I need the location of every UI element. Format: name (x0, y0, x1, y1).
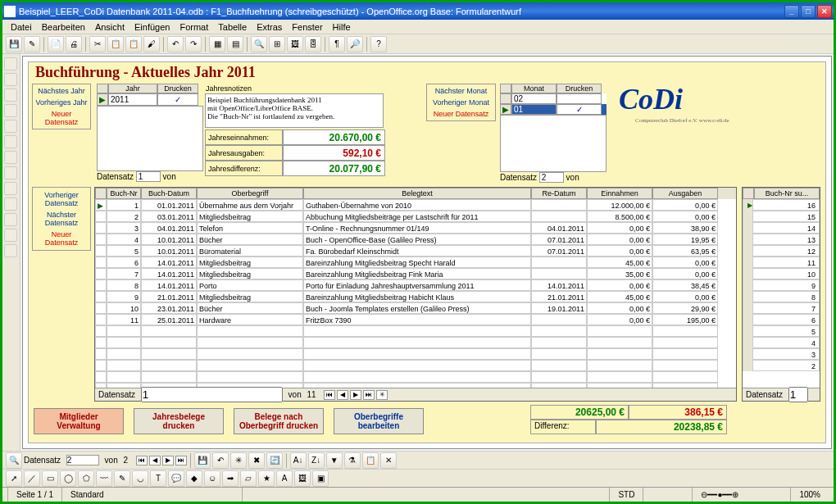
checkbox-control-icon[interactable] (4, 89, 17, 102)
first-record-icon[interactable]: ⏮ (324, 390, 335, 400)
table-icon[interactable]: ▦ (209, 36, 225, 52)
menu-format[interactable]: Format (175, 22, 213, 32)
table-row[interactable]: 714.01.2011MitgliedsbeitragBareinzahlung… (95, 268, 736, 279)
design-icon[interactable] (4, 229, 17, 242)
textfield-control-icon[interactable] (4, 104, 17, 117)
table-row[interactable]: 410.01.2011BücherBuch - OpenOffice-Base … (95, 234, 736, 245)
list-item[interactable]: 5 (743, 325, 820, 337)
notes-textarea[interactable]: Beispiel Buchführungsdatenbank 2011 mit … (205, 93, 384, 128)
select-draw-icon[interactable]: ➚ (6, 470, 22, 487)
chars-icon[interactable]: ¶ (329, 36, 345, 52)
export-pdf-icon[interactable]: 📄 (48, 36, 64, 52)
table-row[interactable]: 510.01.2011BüromaterialFa. Bürobedarf Kl… (95, 245, 736, 257)
table-row[interactable]: 1125.01.2011HardwareFritzBox 73900,00 €1… (95, 314, 736, 325)
yearreceipts-button[interactable]: Jahresbelege drucken (134, 408, 224, 434)
arc-icon[interactable]: ◡ (132, 470, 148, 487)
list-item[interactable]: 12 (743, 245, 820, 257)
designmode-icon[interactable] (4, 73, 17, 86)
select-icon[interactable] (4, 57, 17, 70)
new-month-link[interactable]: Neuer Datensatz (433, 109, 490, 119)
list-item[interactable]: 14 (743, 222, 820, 234)
find-record-icon[interactable]: 🔍 (6, 452, 22, 469)
menu-insert[interactable]: Einfügen (129, 22, 175, 32)
symbolshapes-icon[interactable]: ☺ (204, 470, 220, 487)
extrusion-icon[interactable]: ▣ (312, 470, 329, 487)
fontwork-icon[interactable]: A (276, 470, 293, 487)
table-record-input[interactable] (141, 387, 283, 402)
formfilter-icon[interactable]: 📋 (362, 452, 379, 469)
undo-record-icon[interactable]: ↶ (212, 452, 229, 469)
arrowshapes-icon[interactable]: ➡ (222, 470, 239, 487)
list-item[interactable]: 3 (743, 348, 820, 360)
edit-icon[interactable]: ✎ (24, 36, 40, 52)
format-paint-icon[interactable]: 🖌 (143, 36, 160, 52)
next-record-link[interactable]: Nächster Datensatz (34, 211, 89, 227)
menu-tools[interactable]: Extras (252, 22, 287, 32)
list-item[interactable]: 7 (743, 302, 820, 314)
delete-rec-icon[interactable]: ✖ (248, 452, 265, 469)
table-row[interactable]: 921.01.2011MitgliedsbeitragBareinzahlung… (95, 291, 736, 302)
list-item[interactable]: 11 (743, 257, 820, 268)
save-record-icon[interactable]: 💾 (194, 452, 211, 469)
prev-record-icon[interactable]: ◀ (337, 390, 348, 400)
minimize-button[interactable]: _ (784, 5, 799, 18)
receipts-by-cat-button[interactable]: Belege nach Oberbegriff drucken (234, 408, 324, 434)
last-record-icon[interactable]: ⏭ (363, 390, 375, 400)
wizards-icon[interactable] (4, 244, 17, 257)
table-row[interactable]: 614.01.2011MitgliedsbeitragBareinzahlung… (95, 257, 736, 268)
close-button[interactable]: ✕ (817, 5, 832, 18)
listbox-control-icon[interactable] (4, 166, 17, 179)
undo-icon[interactable]: ↶ (167, 36, 184, 52)
year-value[interactable]: 2011 (108, 93, 157, 106)
sort-desc-icon[interactable]: Z↓ (308, 452, 325, 469)
table-row[interactable]: 203.01.2011MitgliedsbeitragAbbuchung Mit… (95, 211, 736, 222)
autofilter-icon[interactable]: ▼ (326, 452, 343, 469)
grid-icon[interactable]: ▤ (227, 36, 243, 52)
prev-year-link[interactable]: Vorheriges Jahr (34, 98, 88, 107)
nav-first-icon[interactable]: ⏮ (136, 456, 148, 465)
button-control-icon[interactable] (4, 135, 17, 148)
more-controls-icon[interactable] (4, 213, 17, 226)
year-print-check[interactable]: ✓ (157, 93, 198, 106)
navigator-icon[interactable]: ⊞ (269, 36, 285, 52)
list-item[interactable]: 6 (743, 314, 820, 325)
label-control-icon[interactable] (4, 198, 17, 211)
line-icon[interactable]: ／ (24, 470, 40, 487)
list-item[interactable]: 8 (743, 291, 820, 302)
menu-file[interactable]: Datei (6, 22, 37, 32)
basicshapes-icon[interactable]: ◆ (186, 470, 202, 487)
list-item[interactable]: 2 (743, 360, 820, 371)
next-year-link[interactable]: Nächstes Jahr (37, 86, 86, 96)
freeline-icon[interactable]: ✎ (114, 470, 130, 487)
stars-icon[interactable]: ★ (258, 470, 275, 487)
copy-icon[interactable]: 📋 (107, 36, 124, 52)
members-button[interactable]: Mitglieder Verwaltung (34, 408, 124, 434)
next-record-icon[interactable]: ▶ (350, 390, 361, 400)
prev-month-link[interactable]: Vorheriger Monat (432, 98, 490, 107)
list-item[interactable]: ▶16 (743, 199, 820, 211)
optionbutton-control-icon[interactable] (4, 151, 17, 164)
help-icon[interactable]: ? (370, 36, 387, 52)
menu-edit[interactable]: Bearbeiten (37, 22, 90, 32)
ellipse-icon[interactable]: ◯ (60, 470, 76, 487)
table-row[interactable]: ▶101.01.2011Übernahme aus dem VorjahrGut… (95, 199, 736, 211)
nav-last-icon[interactable]: ⏭ (175, 456, 187, 465)
flowchart-icon[interactable]: ▱ (240, 470, 257, 487)
new-year-link[interactable]: Neuer Datensatz (34, 109, 89, 127)
new-rec-icon[interactable]: ✳ (230, 452, 247, 469)
nav-next-icon[interactable]: ▶ (162, 456, 174, 465)
nav-prev-icon[interactable]: ◀ (149, 456, 161, 465)
new-record-icon[interactable]: ✳ (376, 390, 388, 400)
paste-icon[interactable]: 📋 (125, 36, 142, 52)
next-month-link[interactable]: Nächster Monat (434, 86, 488, 96)
table-row[interactable]: 814.01.2011PortoPorto für Einladung Jahr… (95, 279, 736, 291)
table-row[interactable]: 304.01.2011TelefonT-Online - Rechnungsnu… (95, 222, 736, 234)
datasources-icon[interactable]: 🗄 (305, 36, 321, 52)
maximize-button[interactable]: □ (801, 5, 816, 18)
status-zoom[interactable]: 100% (790, 488, 829, 502)
menu-view[interactable]: Ansicht (90, 22, 129, 32)
menu-help[interactable]: Hilfe (328, 22, 356, 32)
list-item[interactable]: 9 (743, 279, 820, 291)
cut-icon[interactable]: ✂ (89, 36, 106, 52)
save-icon[interactable]: 💾 (6, 36, 22, 52)
